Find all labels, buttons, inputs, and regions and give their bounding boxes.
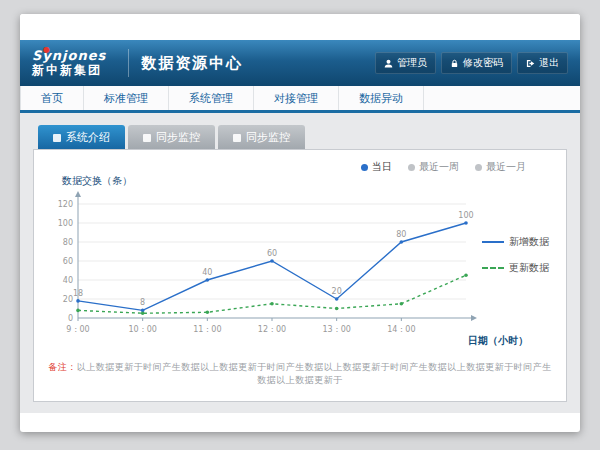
tab-label: 同步监控 xyxy=(156,130,200,145)
nav-item[interactable]: 标准管理 xyxy=(84,86,169,110)
y-axis-title: 数据交换（条） xyxy=(62,174,552,188)
legend-line-icon xyxy=(482,267,504,269)
legend-label: 更新数据 xyxy=(509,261,549,275)
brand-logo: ●Synjones 新中新集团 xyxy=(32,49,106,78)
header-action-lock[interactable]: 修改密码 xyxy=(441,52,512,74)
page-top-margin xyxy=(20,14,580,40)
series-legend: 新增数据更新数据 xyxy=(482,235,549,275)
nav-item[interactable]: 首页 xyxy=(20,86,84,110)
radio-dot-icon xyxy=(361,164,368,171)
footnote-text: 以上数据更新于时间产生数据以上数据更新于时间产生数据以上数据更新于时间产生数据以… xyxy=(77,362,552,385)
time-filter[interactable]: 当日 xyxy=(361,160,392,174)
lock-icon xyxy=(450,59,459,68)
legend-label: 新增数据 xyxy=(509,235,549,249)
logout-icon xyxy=(526,59,535,68)
legend-item[interactable]: 新增数据 xyxy=(482,235,549,249)
x-axis-title: 日期（小时） xyxy=(48,334,552,346)
tab-icon xyxy=(143,134,151,142)
svg-text:14：00: 14：00 xyxy=(387,325,415,334)
svg-text:11：00: 11：00 xyxy=(193,325,221,334)
svg-text:40: 40 xyxy=(202,268,212,277)
time-filter-label: 最近一周 xyxy=(419,160,459,174)
header-divider xyxy=(128,49,129,77)
chart-panel: 当日最近一周最近一月 数据交换（条） 0204060801001209：0010… xyxy=(33,149,567,402)
tab-icon xyxy=(53,134,61,142)
chart-row: 0204060801001209：0010：0011：0012：0013：001… xyxy=(48,188,552,346)
brand-logo-text: ●Synjones xyxy=(32,49,106,64)
svg-text:9：00: 9：00 xyxy=(66,325,89,334)
svg-text:20: 20 xyxy=(63,295,73,304)
app-header: ●Synjones 新中新集团 数据资源中心 管理员修改密码退出 xyxy=(20,40,580,86)
app-window: ●Synjones 新中新集团 数据资源中心 管理员修改密码退出 首页标准管理系… xyxy=(20,14,580,432)
logo-accent-dot: ● xyxy=(43,45,51,54)
tab-inactive[interactable]: 同步监控 xyxy=(218,125,305,149)
header-action-user[interactable]: 管理员 xyxy=(375,52,436,74)
svg-text:10：00: 10：00 xyxy=(128,325,156,334)
brand-company-name: 新中新集团 xyxy=(32,64,106,78)
header-action-label: 管理员 xyxy=(397,56,427,70)
time-filter-label: 最近一月 xyxy=(486,160,526,174)
tab-active[interactable]: 系统介绍 xyxy=(38,125,125,149)
svg-text:8: 8 xyxy=(140,298,145,307)
time-filter[interactable]: 最近一周 xyxy=(408,160,459,174)
svg-text:120: 120 xyxy=(58,200,73,209)
time-filter[interactable]: 最近一月 xyxy=(475,160,526,174)
time-filters: 当日最近一周最近一月 xyxy=(48,156,552,174)
svg-text:100: 100 xyxy=(58,219,73,228)
svg-text:80: 80 xyxy=(63,238,73,247)
nav-item[interactable]: 对接管理 xyxy=(254,86,339,110)
svg-text:0: 0 xyxy=(68,314,73,323)
svg-text:60: 60 xyxy=(63,257,73,266)
legend-item[interactable]: 更新数据 xyxy=(482,261,549,275)
time-filter-label: 当日 xyxy=(372,160,392,174)
tab-icon xyxy=(233,134,241,142)
tab-bar: 系统介绍同步监控同步监控 xyxy=(33,125,567,149)
svg-text:40: 40 xyxy=(63,276,73,285)
svg-text:80: 80 xyxy=(396,230,406,239)
nav-item[interactable]: 系统管理 xyxy=(169,86,254,110)
tab-label: 系统介绍 xyxy=(66,130,110,145)
radio-dot-icon xyxy=(408,164,415,171)
svg-text:13：00: 13：00 xyxy=(322,325,350,334)
line-chart: 0204060801001209：0010：0011：0012：0013：001… xyxy=(48,188,478,346)
header-action-label: 修改密码 xyxy=(463,56,503,70)
radio-dot-icon xyxy=(475,164,482,171)
user-icon xyxy=(384,59,393,68)
footnote-label: 备注： xyxy=(48,362,77,372)
header-action-logout[interactable]: 退出 xyxy=(517,52,568,74)
svg-text:100: 100 xyxy=(458,211,473,220)
footnote: 备注：以上数据更新于时间产生数据以上数据更新于时间产生数据以上数据更新于时间产生… xyxy=(48,361,552,393)
tab-label: 同步监控 xyxy=(246,130,290,145)
tab-inactive[interactable]: 同步监控 xyxy=(128,125,215,149)
legend-line-icon xyxy=(482,241,504,243)
main-nav: 首页标准管理系统管理对接管理数据异动 xyxy=(20,86,580,113)
header-action-label: 退出 xyxy=(539,56,559,70)
page-bottom-margin xyxy=(20,413,580,429)
app-title: 数据资源中心 xyxy=(141,54,243,73)
user-actions: 管理员修改密码退出 xyxy=(375,52,568,74)
svg-text:18: 18 xyxy=(73,289,83,298)
nav-item[interactable]: 数据异动 xyxy=(339,86,424,110)
svg-text:20: 20 xyxy=(332,287,342,296)
svg-text:12：00: 12：00 xyxy=(258,325,286,334)
svg-text:60: 60 xyxy=(267,249,277,258)
content-area: 系统介绍同步监控同步监控 当日最近一周最近一月 数据交换（条） 02040608… xyxy=(20,113,580,413)
